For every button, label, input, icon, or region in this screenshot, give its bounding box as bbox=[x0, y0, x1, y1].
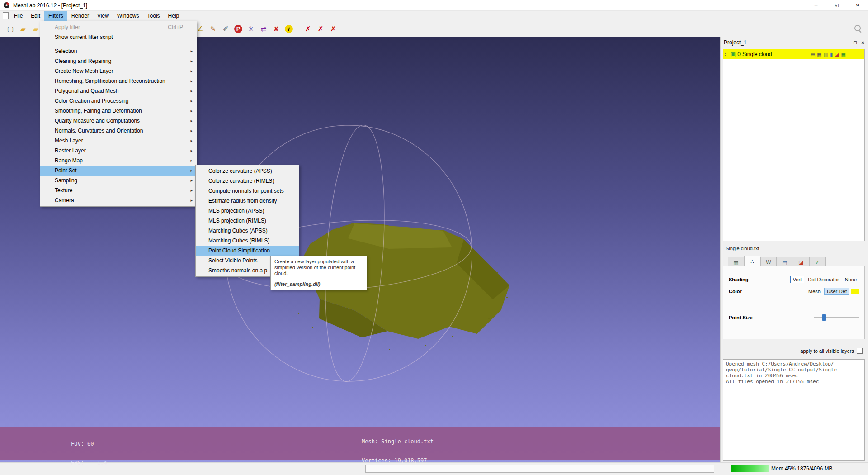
color-label: Color bbox=[729, 289, 742, 294]
submenu-arrow-icon: ▸ bbox=[190, 116, 193, 126]
layer-color-green-icon[interactable]: ▦ bbox=[841, 52, 846, 57]
z-painting-icon[interactable]: ✐ bbox=[220, 23, 231, 35]
submenu-item[interactable]: MLS projection (RIMLS) bbox=[196, 216, 299, 226]
menu-bar-item[interactable]: File bbox=[10, 11, 27, 21]
menu-bar-item[interactable]: Help bbox=[164, 11, 184, 21]
point-picking-icon[interactable]: ✎ bbox=[207, 23, 219, 35]
point-size-slider[interactable] bbox=[814, 314, 859, 321]
close-panel-icon[interactable]: ✕ bbox=[861, 40, 865, 45]
menu-bar-item[interactable]: Render bbox=[67, 11, 93, 21]
toolbar-icon bbox=[296, 23, 301, 35]
hud-fps: FPS: 1.4 bbox=[71, 460, 149, 466]
menu-bar-list: FileEditFiltersRenderViewWindowsToolsHel… bbox=[10, 11, 183, 21]
memory-usage-bar bbox=[731, 465, 769, 472]
filters-menu-item[interactable]: Camera ▸ bbox=[40, 195, 197, 205]
color-mesh-button[interactable]: Mesh bbox=[806, 288, 823, 294]
search-filter-icon[interactable] bbox=[853, 24, 863, 34]
filters-menu-item[interactable]: Range Map ▸ bbox=[40, 156, 197, 166]
layer-panel: Project_1 ⊡ ✕ › ▣ 0 Single cloud ▤▦▥▮◪▦ … bbox=[720, 37, 868, 462]
project-window-icon[interactable] bbox=[3, 12, 9, 19]
menu-bar-item[interactable]: Windows bbox=[113, 11, 143, 21]
submenu-item[interactable]: Estimate radius from density bbox=[196, 196, 299, 206]
submenu-arrow-icon: ▸ bbox=[190, 46, 193, 56]
layer-vert-icon[interactable]: ▥ bbox=[824, 52, 828, 57]
menu-bar-item[interactable]: Edit bbox=[27, 11, 44, 21]
filters-menu-item[interactable]: Create New Mesh Layer ▸ bbox=[40, 66, 197, 76]
submenu-item[interactable]: Point Cloud Simplification bbox=[196, 246, 299, 256]
menu-bar-item[interactable]: View bbox=[93, 11, 113, 21]
open-project-icon[interactable]: ▰ bbox=[17, 23, 29, 35]
filters-menu-item[interactable]: Texture ▸ bbox=[40, 185, 197, 195]
filters-menu-item[interactable]: Quality Measure and Computations ▸ bbox=[40, 116, 197, 126]
delete-current-raster-icon[interactable]: ✗ bbox=[315, 23, 326, 35]
shading-dot-decorator-button[interactable]: Dot Decorator bbox=[806, 276, 841, 283]
shading-row: Shading Vert Dot Decorator None bbox=[729, 276, 859, 283]
submenu-arrow-icon: ▸ bbox=[190, 185, 193, 195]
close-button[interactable]: ✕ bbox=[847, 0, 868, 10]
filters-menu-item[interactable]: Cleaning and Repairing ▸ bbox=[40, 56, 197, 66]
submenu-arrow-icon: ▸ bbox=[190, 166, 193, 176]
expand-arrow-icon[interactable]: › bbox=[725, 51, 729, 57]
submenu-arrow-icon: ▸ bbox=[190, 146, 193, 156]
filters-menu-item[interactable]: Mesh Layer ▸ bbox=[40, 136, 197, 146]
submenu-item[interactable]: Colorize curvature (RIMLS) bbox=[196, 176, 299, 186]
memory-text: Mem 45% 1876/4096 MB bbox=[771, 466, 832, 472]
restore-button[interactable]: ◱ bbox=[826, 0, 847, 10]
filters-menu-item[interactable]: Selection ▸ bbox=[40, 46, 197, 56]
apply-all-label: apply to all visible layers bbox=[800, 348, 854, 354]
filters-menu-item[interactable]: Color Creation and Processing ▸ bbox=[40, 96, 197, 106]
minimize-button[interactable]: ─ bbox=[806, 0, 826, 10]
title-bar: MeshLab 2016.12 - [Project_1] ─ ◱ ✕ bbox=[0, 0, 868, 11]
filters-menu-item[interactable]: Smoothing, Fairing and Deformation ▸ bbox=[40, 106, 197, 116]
menu-bar: FileEditFiltersRenderViewWindowsToolsHel… bbox=[0, 11, 868, 21]
filters-menu-item[interactable]: Normals, Curvatures and Orientation ▸ bbox=[40, 126, 197, 136]
layer-options-icon[interactable]: ▤ bbox=[811, 52, 815, 57]
float-panel-icon[interactable]: ⊡ bbox=[853, 40, 857, 45]
layer-color-red-icon[interactable]: ◪ bbox=[835, 52, 839, 57]
submenu-arrow-icon: ▸ bbox=[190, 76, 193, 86]
submenu-item[interactable]: Colorize curvature (APSS) bbox=[196, 166, 299, 176]
color-user-def-button[interactable]: User-Def bbox=[824, 288, 849, 295]
user-color-swatch[interactable] bbox=[851, 289, 859, 294]
tooltip-text: Create a new layer populated with a simp… bbox=[274, 259, 363, 276]
menu-bar-item[interactable]: Filters bbox=[44, 11, 67, 21]
arc3d-icon[interactable]: ⇄ bbox=[258, 23, 269, 35]
delete-all-icon[interactable]: ✗ bbox=[327, 23, 339, 35]
memory-status: Mem 45% 1876/4096 MB bbox=[731, 465, 832, 472]
layer-wire-icon[interactable]: ▦ bbox=[817, 52, 821, 57]
georef-icon[interactable]: ✘ bbox=[270, 23, 282, 35]
submenu-arrow-icon: ▸ bbox=[190, 106, 193, 116]
filters-menu-item[interactable]: Point Set ▸ bbox=[40, 166, 197, 176]
filters-menu-item[interactable]: Apply filter Ctrl+P bbox=[40, 22, 197, 32]
submenu-arrow-icon: ▸ bbox=[190, 195, 193, 205]
quality-mapper-icon[interactable]: P bbox=[232, 23, 244, 35]
filters-menu-item[interactable]: Show current filter script bbox=[40, 32, 197, 42]
layer-row[interactable]: › ▣ 0 Single cloud ▤▦▥▮◪▦ bbox=[723, 49, 864, 59]
align-tool-icon[interactable]: ✳ bbox=[245, 23, 257, 35]
shading-none-button[interactable]: None bbox=[843, 276, 859, 283]
filters-menu-item[interactable]: Remeshing, Simplification and Reconstruc… bbox=[40, 76, 197, 86]
submenu-item[interactable]: Marching Cubes (APSS) bbox=[196, 226, 299, 236]
submenu-arrow-icon: ▸ bbox=[190, 56, 193, 66]
submenu-item[interactable]: Compute normals for point sets bbox=[196, 186, 299, 196]
apply-all-checkbox[interactable] bbox=[857, 348, 863, 354]
log-output[interactable]: Opened mesh C:/Users/Andrew/Desktop/ qwo… bbox=[723, 359, 865, 461]
hud-fov: FOV: 60 bbox=[71, 441, 149, 447]
info-icon[interactable]: i bbox=[283, 23, 295, 35]
submenu-item[interactable]: Marching Cubes (RIMLS) bbox=[196, 236, 299, 246]
meshlab-window: MeshLab 2016.12 - [Project_1] ─ ◱ ✕ File… bbox=[0, 0, 868, 475]
shading-vert-button[interactable]: Vert bbox=[790, 276, 805, 283]
hud-vertices: Vertices: 19,018,597 bbox=[362, 457, 434, 464]
menu-bar-item[interactable]: Tools bbox=[143, 11, 164, 21]
layer-visibility-icon[interactable]: ▣ bbox=[731, 51, 736, 57]
delete-current-mesh-icon[interactable]: ✗ bbox=[302, 23, 314, 35]
point-size-slider-handle[interactable] bbox=[822, 314, 826, 321]
submenu-item[interactable]: MLS projection (APSS) bbox=[196, 206, 299, 216]
filters-menu-item[interactable]: Polygonal and Quad Mesh ▸ bbox=[40, 86, 197, 96]
filters-menu-item[interactable]: Sampling ▸ bbox=[40, 176, 197, 185]
layer-color-blue-icon[interactable]: ▮ bbox=[830, 52, 833, 57]
filters-menu-item[interactable] bbox=[40, 42, 197, 46]
shading-label: Shading bbox=[729, 277, 748, 282]
filters-menu-item[interactable]: Raster Layer ▸ bbox=[40, 146, 197, 156]
new-empty-project-icon[interactable]: ▢ bbox=[5, 23, 16, 35]
